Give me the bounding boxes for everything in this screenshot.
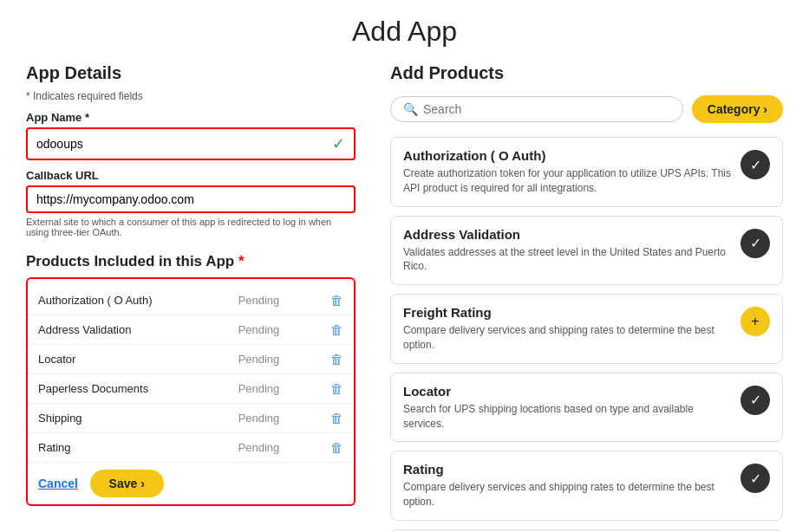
product-delete[interactable]: 🗑 [320, 286, 354, 315]
checkmark-icon: ✓ [750, 470, 761, 487]
product-card-desc: Compare delivery services and shipping r… [403, 480, 732, 509]
app-name-checkmark-icon: ✓ [332, 134, 345, 153]
delete-icon[interactable]: 🗑 [330, 293, 343, 308]
product-card-desc: Create authorization token for your appl… [403, 166, 732, 196]
product-delete[interactable]: 🗑 [320, 433, 354, 463]
product-toggle-button[interactable]: ✓ [740, 386, 770, 415]
plus-icon: + [751, 314, 759, 329]
product-card-name: Locator [403, 384, 732, 399]
callback-url-wrapper [26, 185, 356, 213]
product-status: Pending [228, 286, 320, 315]
table-row: Address Validation Pending 🗑 [28, 315, 354, 345]
delete-icon[interactable]: 🗑 [330, 440, 343, 455]
product-delete[interactable]: 🗑 [320, 315, 354, 345]
product-cards-container: Authorization ( O Auth) Create authoriza… [390, 137, 783, 532]
product-toggle-button[interactable]: ✓ [740, 229, 770, 258]
delete-icon[interactable]: 🗑 [330, 322, 343, 337]
app-name-label: App Name * [26, 111, 356, 124]
search-icon: 🔍 [403, 102, 418, 116]
product-card: Authorization ( O Auth) Create authoriza… [390, 137, 783, 207]
checkmark-icon: ✓ [750, 392, 761, 408]
product-card: Rating Compare delivery services and shi… [390, 451, 783, 521]
product-delete[interactable]: 🗑 [320, 374, 354, 404]
product-card-name: Freight Rating [403, 305, 732, 320]
product-status: Pending [228, 315, 320, 345]
products-table-wrapper: Authorization ( O Auth) Pending 🗑 Addres… [26, 277, 356, 506]
search-row: 🔍 Category › [390, 95, 783, 123]
product-status: Pending [228, 374, 320, 404]
product-card-name: Address Validation [403, 227, 732, 242]
product-card-name: Rating [403, 462, 732, 477]
products-table: Authorization ( O Auth) Pending 🗑 Addres… [28, 286, 354, 504]
table-row: Paperless Documents Pending 🗑 [28, 374, 354, 404]
product-toggle-button[interactable]: + [740, 307, 770, 336]
delete-icon[interactable]: 🗑 [330, 381, 343, 396]
app-name-input[interactable] [36, 137, 327, 151]
search-input-wrapper: 🔍 [390, 96, 683, 122]
table-row: Shipping Pending 🗑 [28, 404, 354, 433]
add-products-title: Add Products [390, 63, 783, 83]
products-action-row: Cancel Save › [28, 463, 354, 505]
checkmark-icon: ✓ [750, 157, 761, 173]
app-details-title: App Details [26, 63, 356, 83]
callback-url-label: Callback URL [26, 169, 356, 182]
callback-url-input[interactable] [36, 192, 345, 206]
product-card-info: Authorization ( O Auth) Create authoriza… [403, 148, 732, 196]
product-name: Shipping [28, 404, 228, 433]
page-title: Add App [0, 0, 809, 63]
product-card-desc: Compare delivery services and shipping r… [403, 323, 732, 353]
products-required-star: * [238, 253, 245, 269]
product-toggle-button[interactable]: ✓ [740, 150, 770, 179]
search-input[interactable] [423, 102, 670, 116]
product-card: Address Validation Validates addresses a… [390, 216, 783, 286]
product-card-info: Locator Search for UPS shipping location… [403, 384, 732, 431]
left-panel: App Details * Indicates required fields … [26, 63, 356, 506]
product-status: Pending [228, 404, 320, 433]
product-status: Pending [228, 433, 320, 463]
table-row: Authorization ( O Auth) Pending 🗑 [28, 286, 354, 315]
right-panel: Add Products 🔍 Category › Authorization … [390, 63, 783, 532]
product-delete[interactable]: 🗑 [320, 345, 354, 374]
save-button[interactable]: Save › [90, 470, 164, 497]
product-name: Paperless Documents [28, 374, 228, 404]
product-status: Pending [228, 345, 320, 374]
category-button[interactable]: Category › [692, 95, 783, 123]
delete-icon[interactable]: 🗑 [330, 411, 343, 425]
product-card-desc: Search for UPS shipping locations based … [403, 402, 732, 431]
table-row: Locator Pending 🗑 [28, 345, 354, 374]
product-card-name: Authorization ( O Auth) [403, 148, 732, 163]
product-card: Locator Search for UPS shipping location… [390, 373, 783, 443]
product-card-desc: Validates addresses at the street level … [403, 245, 732, 275]
product-name: Address Validation [28, 315, 228, 345]
table-row: Rating Pending 🗑 [28, 433, 354, 463]
products-included-title: Products Included in this App * [26, 253, 356, 270]
product-toggle-button[interactable]: ✓ [740, 464, 770, 493]
product-delete[interactable]: 🗑 [320, 404, 354, 433]
app-name-wrapper: ✓ [26, 127, 356, 160]
product-card-info: Rating Compare delivery services and shi… [403, 462, 732, 509]
product-name: Rating [28, 433, 228, 463]
product-card-info: Address Validation Validates addresses a… [403, 227, 732, 275]
delete-icon[interactable]: 🗑 [330, 352, 343, 367]
product-name: Authorization ( O Auth) [28, 286, 228, 315]
cancel-button[interactable]: Cancel [38, 477, 78, 490]
product-name: Locator [28, 345, 228, 374]
product-card-info: Freight Rating Compare delivery services… [403, 305, 732, 353]
required-note: * Indicates required fields [26, 90, 356, 102]
checkmark-icon: ✓ [750, 235, 761, 251]
callback-url-help: External site to which a consumer of thi… [26, 217, 356, 237]
product-card: Freight Rating Compare delivery services… [390, 294, 783, 364]
